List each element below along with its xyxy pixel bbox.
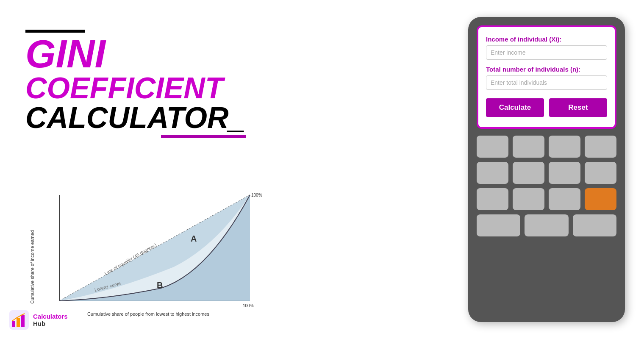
action-buttons: Calculate Reset (486, 98, 607, 117)
right-section: Income of individual (Xi): Total number … (466, 0, 644, 339)
key-3[interactable] (549, 136, 580, 158)
svg-rect-6 (17, 318, 20, 327)
key-12[interactable] (477, 214, 520, 236)
income-input[interactable] (486, 45, 607, 60)
key-11[interactable] (549, 188, 580, 210)
key-14[interactable] (573, 214, 616, 236)
calculate-button[interactable]: Calculate (486, 98, 544, 117)
key-enter[interactable] (585, 188, 616, 210)
area-b-label: B (157, 281, 163, 290)
key-2[interactable] (513, 136, 544, 158)
key-13[interactable] (525, 214, 568, 236)
title-block: GINI COEFFICIENT CALCULATOR_ (25, 30, 441, 138)
y-axis-label: Cumulative share of income earned (30, 230, 35, 304)
svg-rect-7 (21, 315, 25, 327)
calc-screen: Income of individual (Xi): Total number … (477, 25, 616, 129)
calculator-body: Income of individual (Xi): Total number … (468, 17, 625, 322)
key-10[interactable] (513, 188, 544, 210)
left-section: GINI COEFFICIENT CALCULATOR_ A (0, 0, 466, 339)
key-1[interactable] (477, 136, 508, 158)
logo-icon (8, 309, 30, 331)
title-gini: GINI (25, 34, 441, 73)
total-individuals-label: Total number of individuals (n): (486, 66, 607, 73)
keypad-row-3 (477, 188, 616, 210)
calc-keypad (477, 136, 616, 236)
income-field-label: Income of individual (Xi): (486, 36, 607, 43)
key-9[interactable] (477, 188, 508, 210)
key-4[interactable] (585, 136, 616, 158)
title-coefficient: COEFFICIENT (25, 73, 441, 103)
area-a-label: A (191, 234, 197, 243)
key-8[interactable] (585, 162, 616, 184)
key-6[interactable] (513, 162, 544, 184)
x-axis-label: Cumulative share of people from lowest t… (87, 311, 209, 317)
keypad-row-1 (477, 136, 616, 158)
keypad-row-2 (477, 162, 616, 184)
logo-text: Calculators Hub (33, 313, 68, 327)
keypad-row-4 (477, 214, 616, 236)
x-max-label: 100% (243, 303, 254, 308)
reset-button[interactable]: Reset (549, 98, 607, 117)
lorenz-chart: A B Cumulative share of income earned Cu… (25, 191, 271, 326)
key-7[interactable] (549, 162, 580, 184)
total-individuals-input[interactable] (486, 75, 607, 90)
title-calculator: CALCULATOR_ (25, 103, 245, 133)
title-bar-bottom (161, 135, 246, 138)
y-max-label: 100% (251, 193, 262, 197)
key-5[interactable] (477, 162, 508, 184)
logo-area: Calculators Hub (8, 309, 68, 331)
svg-rect-5 (12, 321, 15, 327)
